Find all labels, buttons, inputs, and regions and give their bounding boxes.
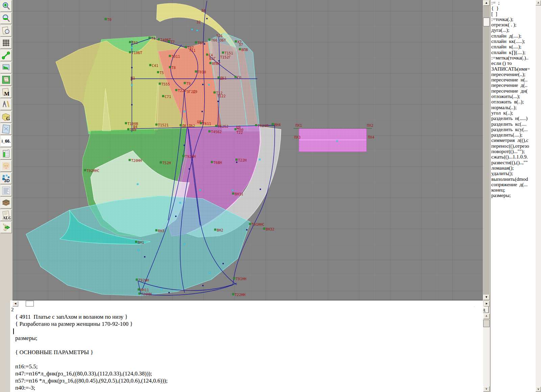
pattern-point-marker[interactable] — [263, 228, 265, 229]
pattern-point-marker[interactable] — [169, 66, 171, 68]
pattern-point-marker[interactable] — [236, 159, 237, 161]
canvas-vscroll-down[interactable]: ▼ — [483, 295, 490, 300]
command-item[interactable]: пересечение н(.. — [491, 77, 536, 82]
command-item[interactable]: [ ] — [491, 11, 536, 17]
pattern-point-marker[interactable] — [232, 193, 234, 194]
command-item[interactable]: сопряжение д(... — [491, 182, 536, 187]
pattern-point-marker[interactable] — [156, 124, 157, 125]
pattern-point-marker[interactable] — [125, 122, 127, 124]
program-code-panel[interactable]: 2 { 4911 Платье с запАхом и воланом по н… — [10, 307, 483, 392]
command-item[interactable]: развести((),()..,"" — [491, 160, 536, 165]
pattern-point-marker[interactable] — [168, 41, 170, 42]
pattern-layout-icon[interactable] — [0, 74, 12, 85]
pattern-point-marker[interactable] — [160, 162, 162, 163]
selection-point[interactable] — [184, 111, 185, 112]
size-label[interactable]: i_66. — [0, 136, 12, 147]
pattern-point-marker[interactable] — [200, 122, 202, 124]
command-item[interactable]: :=метка(точка(.).. — [491, 55, 536, 60]
command-item[interactable]: отрезок( . ); — [491, 22, 536, 27]
command-item[interactable]: конец; — [491, 187, 536, 193]
print-preview-icon[interactable] — [0, 25, 12, 36]
command-item[interactable]: нормаль(..); — [491, 105, 536, 110]
zoom-out-icon[interactable] — [0, 13, 12, 24]
pattern-point-marker[interactable] — [149, 37, 150, 39]
pattern-point-marker[interactable] — [138, 289, 140, 290]
selection-point[interactable] — [259, 159, 260, 160]
selection-point[interactable] — [336, 140, 338, 142]
selection-point[interactable] — [137, 183, 138, 185]
command-item[interactable]: разделить ксу(... — [491, 127, 536, 132]
command-item[interactable]: поворот(()...""); — [491, 149, 536, 154]
pattern-point-marker[interactable] — [184, 82, 186, 84]
command-item[interactable]: { } — [491, 5, 536, 11]
command-item[interactable]: пересечение дн( — [491, 88, 536, 94]
pattern-point-marker[interactable] — [222, 52, 224, 53]
pattern-point-marker[interactable] — [180, 124, 182, 126]
command-item[interactable]: разделить кс(.... — [491, 121, 536, 127]
canvas-hscroll-left[interactable]: ◄ — [13, 301, 18, 307]
command-item[interactable]: сплайн д(....); — [491, 33, 536, 39]
algorithm-icon[interactable]: ALG — [0, 210, 12, 221]
pattern-drawing[interactable]: Т0Т3Т40БТТб1Т10БТ3432346Т66_ОБТТ6ПТ7Х737… — [13, 0, 483, 300]
pattern-point-marker[interactable] — [185, 46, 187, 48]
command-item[interactable]: пересечение д(.. — [491, 82, 536, 88]
selection-point[interactable] — [184, 243, 185, 245]
selection-point[interactable] — [199, 189, 201, 191]
selection-point[interactable] — [180, 202, 181, 203]
image-map-icon[interactable] — [0, 62, 12, 73]
command-item[interactable]: если () то — [491, 60, 536, 66]
code-vscroll-down[interactable]: ∨ — [483, 386, 490, 392]
books-icon[interactable] — [0, 197, 12, 209]
command-item[interactable]: сплайн к(....); — [491, 44, 536, 49]
selection-point[interactable] — [208, 84, 210, 85]
sidebar-vscroll-up[interactable]: ∧ — [536, 0, 541, 5]
selection-point[interactable] — [161, 289, 162, 290]
zoom-in-icon[interactable] — [0, 0, 12, 12]
pattern-point-marker[interactable] — [175, 89, 177, 91]
pattern-point-marker[interactable] — [129, 41, 131, 43]
pattern-point-marker[interactable] — [214, 229, 216, 230]
command-item[interactable]: дуга(...); — [491, 27, 536, 33]
pattern-point-marker[interactable] — [162, 95, 164, 97]
pattern-point-marker[interactable] — [233, 277, 235, 279]
code-vscroll-up[interactable]: ∧ — [483, 314, 490, 319]
pattern-point-marker[interactable] — [218, 77, 219, 78]
command-item[interactable]: симметрия л((),с — [491, 138, 536, 143]
pattern-point-marker[interactable] — [136, 279, 138, 280]
pattern-point-marker[interactable] — [105, 18, 107, 20]
command-item[interactable]: разделить(....); — [491, 132, 536, 138]
command-item[interactable]: ломаная(); — [491, 165, 536, 171]
view-3d-icon[interactable]: 3D — [0, 173, 12, 184]
command-item[interactable]: сжать(()...1.1.0.9. — [491, 154, 536, 160]
selection-point[interactable] — [131, 84, 133, 86]
pattern-point-marker[interactable] — [195, 71, 197, 72]
command-item[interactable]: :=точка(.); — [491, 17, 536, 22]
sidebar-vscroll-track[interactable] — [536, 0, 541, 392]
export-scroll-icon[interactable] — [0, 222, 12, 233]
selection-point[interactable] — [138, 249, 139, 251]
pattern-point-marker[interactable] — [211, 161, 213, 163]
selection-point[interactable] — [191, 29, 193, 30]
spreadsheet-icon[interactable] — [0, 148, 12, 160]
pattern-point-marker[interactable] — [139, 293, 140, 294]
pattern-point-marker[interactable] — [156, 229, 157, 231]
pattern-point-marker[interactable] — [235, 41, 237, 42]
pattern-point-marker[interactable] — [255, 124, 257, 126]
selection-point[interactable] — [232, 190, 233, 191]
command-item[interactable]: удалить(); — [491, 171, 536, 176]
pattern-point-marker[interactable] — [235, 128, 236, 130]
canvas-hscroll-track[interactable] — [10, 300, 483, 307]
canvas-vscroll-thumb[interactable] — [483, 18, 490, 26]
pattern-point-marker[interactable] — [183, 155, 184, 157]
grid-icon[interactable] — [0, 37, 12, 49]
pattern-point-marker[interactable] — [158, 39, 160, 40]
selection-point[interactable] — [131, 47, 133, 48]
measure-segment-icon[interactable] — [0, 50, 12, 61]
pattern-point-marker[interactable] — [239, 48, 241, 50]
canvas-vscroll-up[interactable]: ▲ — [483, 0, 490, 6]
command-item[interactable]: перенос((),отрезо — [491, 143, 536, 149]
pattern-canvas[interactable]: Т0Т3Т40БТТб1Т10БТ3432346Т66_ОБТТ6ПТ7Х737… — [13, 0, 483, 300]
command-item[interactable]: отложить(...); — [491, 94, 536, 99]
selection-point[interactable] — [196, 30, 198, 31]
pattern-point-marker[interactable] — [232, 293, 234, 295]
